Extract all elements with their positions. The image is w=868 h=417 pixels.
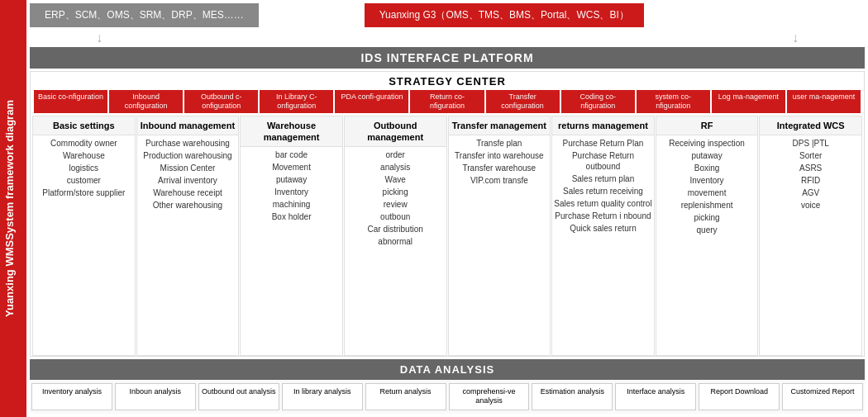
column-rf: RF Receiving inspection putaway Boxing I… — [656, 116, 759, 356]
list-item: customer — [35, 175, 133, 186]
list-item: Commodity owner — [35, 138, 133, 149]
list-item: AGV — [761, 187, 860, 198]
config-btn-1[interactable]: Inbound configuration — [109, 90, 183, 113]
config-btn-2[interactable]: Outbound c-onfiguration — [184, 90, 258, 113]
list-item: Warehouse receipt — [139, 187, 237, 198]
list-item: Wave — [346, 174, 445, 185]
yuanxing-systems-block: Yuanxing G3（OMS、TMS、BMS、Portal、WCS、BI） — [365, 3, 644, 27]
strategy-center-header: STRATEGY CENTER — [31, 72, 864, 90]
arrow-down-right: ↓ — [792, 31, 799, 45]
analysis-btn-0[interactable]: Inventory analysis — [31, 383, 112, 410]
list-item: outboun — [346, 211, 445, 222]
arrow-down-left: ↓ — [96, 31, 103, 45]
config-btn-0[interactable]: Basic co-nfiguration — [34, 90, 107, 113]
data-analysis-header: DATA ANALYSIS — [30, 359, 865, 380]
list-item: Sorter — [761, 150, 860, 161]
col-header-returns: returns management — [552, 116, 654, 135]
config-btn-4[interactable]: PDA confi-guration — [335, 90, 408, 113]
list-item: putaway — [658, 150, 756, 161]
col-header-inbound: Inbound management — [137, 116, 239, 135]
analysis-btn-8[interactable]: Report Download — [699, 383, 780, 410]
column-outbound: Outbound management order analysis Wave … — [344, 116, 447, 356]
list-item: Receiving inspection — [658, 138, 756, 149]
col-items-rf: Receiving inspection putaway Boxing Inve… — [656, 135, 758, 355]
list-item: Sales return quality control — [554, 198, 652, 209]
list-item: Inventory — [658, 175, 756, 186]
column-returns: returns management Purchase Return Plan … — [551, 116, 655, 356]
list-item: machining — [242, 199, 341, 210]
list-item: putaway — [242, 174, 341, 185]
list-item: Mission Center — [139, 163, 237, 173]
list-item: Purchase Return Plan — [554, 138, 652, 149]
analysis-btn-2[interactable]: Outbound out analysis — [198, 383, 279, 410]
col-items-outbound: order analysis Wave picking review outbo… — [345, 147, 446, 354]
analysis-btn-7[interactable]: Interface analysis — [615, 383, 696, 410]
list-item: Warehouse — [35, 150, 133, 161]
list-item: Boxing — [658, 163, 756, 173]
analysis-buttons-row: Inventory analysis Inboun analysis Outbo… — [30, 380, 865, 414]
column-transfer: Transfer management Transfe plan Transfe… — [448, 116, 551, 356]
col-header-warehouse: Warehouse management — [241, 116, 342, 148]
list-item: bar code — [242, 149, 341, 160]
list-item: analysis — [346, 162, 445, 173]
config-btn-9[interactable]: Log ma-nagement — [712, 90, 785, 113]
col-header-transfer: Transfer management — [449, 116, 551, 135]
col-header-wcs: Integrated WCS — [760, 116, 861, 135]
columns-area: Basic settings Commodity owner Warehouse… — [31, 116, 864, 356]
analysis-btn-3[interactable]: In library analysis — [282, 383, 363, 410]
list-item: abnormal — [346, 236, 445, 247]
list-item: ASRS — [761, 163, 860, 173]
list-item: Transfer warehouse — [451, 163, 549, 173]
list-item: Transfer into warehouse — [451, 150, 549, 161]
erp-systems-block: ERP、SCM、OMS、SRM、DRP、MES…… — [30, 3, 259, 27]
config-btn-8[interactable]: system co-nfiguration — [637, 90, 710, 113]
list-item: picking — [658, 212, 756, 223]
col-items-returns: Purchase Return Plan Purchase Return out… — [552, 135, 654, 355]
column-warehouse: Warehouse management bar code Movement p… — [240, 116, 343, 356]
list-item: logistics — [35, 163, 133, 173]
list-item: voice — [761, 200, 860, 211]
data-analysis-section: DATA ANALYSIS Inventory analysis Inboun … — [30, 359, 865, 414]
col-items-wcs: DPS |PTL Sorter ASRS RFID AGV voice — [760, 135, 861, 355]
list-item: movement — [658, 187, 756, 198]
col-header-outbound: Outbound management — [345, 116, 446, 148]
column-basic-settings: Basic settings Commodity owner Warehouse… — [32, 116, 136, 356]
config-btn-10[interactable]: user ma-nagement — [787, 90, 861, 113]
analysis-btn-5[interactable]: comprehensi-ve analysis — [449, 383, 530, 410]
list-item: Quick sales return — [554, 223, 652, 234]
list-item: Transfe plan — [451, 138, 549, 149]
vertical-title-label: Yuanxing WMSSystem framework diagram — [0, 0, 26, 417]
list-item: Arrival inventory — [139, 175, 237, 186]
col-items-transfer: Transfe plan Transfer into warehouse Tra… — [449, 135, 551, 355]
list-item: picking — [346, 187, 445, 197]
col-items-warehouse: bar code Movement putaway Inventory mach… — [241, 147, 342, 354]
config-btn-3[interactable]: In Library C-onfiguration — [260, 90, 333, 113]
list-item: Platform/store supplier — [35, 187, 133, 198]
config-btn-5[interactable]: Return co-nfiguration — [410, 90, 484, 113]
list-item: Box holder — [242, 211, 341, 222]
list-item: Sales return plan — [554, 173, 652, 184]
analysis-btn-4[interactable]: Return analysis — [365, 383, 446, 410]
col-header-basic: Basic settings — [33, 116, 135, 135]
list-item: DPS |PTL — [761, 138, 860, 149]
list-item: replenishment — [658, 200, 756, 211]
list-item: Inventory — [242, 187, 341, 197]
config-btn-6[interactable]: Transfer configuration — [486, 90, 560, 113]
col-items-inbound: Purchase warehousing Production warehous… — [137, 135, 239, 355]
list-item: Purchase Return outbound — [554, 150, 652, 172]
list-item: Purchase warehousing — [139, 138, 237, 149]
ids-interface-bar: IDS INTERFACE PLATFORM — [30, 47, 865, 69]
analysis-btn-1[interactable]: Inboun analysis — [115, 383, 196, 410]
list-item: Movement — [242, 162, 341, 173]
config-buttons-row: Basic co-nfiguration Inbound configurati… — [31, 90, 864, 116]
list-item: Purchase Return i nbound — [554, 211, 652, 221]
column-wcs: Integrated WCS DPS |PTL Sorter ASRS RFID… — [759, 116, 862, 356]
col-items-basic: Commodity owner Warehouse logistics cust… — [33, 135, 135, 355]
list-item: Sales return receiving — [554, 186, 652, 197]
col-header-rf: RF — [656, 116, 758, 135]
list-item: VIP.com transfe — [451, 175, 549, 186]
analysis-btn-9[interactable]: Customized Report — [782, 383, 863, 410]
list-item: query — [658, 225, 756, 235]
config-btn-7[interactable]: Coding co-nfiguration — [561, 90, 635, 113]
analysis-btn-6[interactable]: Estimation analysis — [532, 383, 613, 410]
